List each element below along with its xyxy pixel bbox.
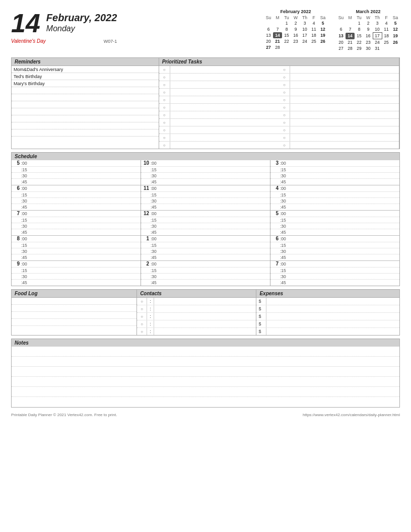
task-checkbox[interactable]: ○ [159,119,170,126]
weekday: Monday [46,24,117,33]
list-item [12,367,399,377]
task-checkbox[interactable]: ○ [159,104,170,111]
list-item: ○ ○ [159,66,399,74]
task-checkbox[interactable]: ○ [279,66,290,73]
task-checkbox[interactable]: ○ [159,126,170,134]
march-calendar: March 2022 Su M Tu W Th F Sa [336,9,400,51]
task-checkbox[interactable]: ○ [279,74,290,81]
task-checkbox[interactable]: ○ [159,81,170,88]
list-item: ○ : [137,298,256,305]
task-checkbox[interactable]: ○ [279,142,290,149]
list-item: :30 [12,198,141,204]
task-checkbox[interactable]: ○ [279,96,290,103]
week-code: W07-1 [104,39,117,44]
task-checkbox[interactable]: ○ [279,111,290,118]
task-checkbox[interactable]: ○ [279,89,290,96]
list-item [12,108,159,115]
list-item [12,94,159,101]
list-item: :30 [12,223,141,229]
hour-block-8: 8 :00 :15 :30 :45 [12,236,141,261]
list-item: :45 [141,204,270,210]
list-item: :30 [141,173,270,179]
tasks-header: Prioritized Tasks [159,58,399,66]
list-item: :45 [12,179,141,185]
hour-block-7: 7 :00 :15 :30 :45 [12,211,141,236]
list-item: :45 [270,280,399,286]
list-item: :45 [12,229,141,235]
task-checkbox[interactable]: ○ [159,74,170,81]
list-item: :30 [270,274,399,280]
feb-cal-title: February 2022 [264,9,327,14]
list-item: :30 [141,223,270,229]
list-item: Ted's Birthday [12,73,159,80]
task-checkbox[interactable]: ○ [279,104,290,111]
tasks-sub: Prioritized Tasks ○ ○ ○ ○ ○ ○ [159,58,399,149]
list-item [12,122,159,129]
list-item: :30 [270,248,399,254]
hour-block-7pm: 7 :00 :15 :30 :45 [270,261,399,286]
list-item: :45 [12,204,141,210]
list-item: 6 :00 [270,236,399,242]
day-number: 14 [11,10,40,36]
contact-checkbox[interactable]: ○ [137,320,147,327]
reminders-header: Reminders [12,58,159,66]
list-item: ○ : [137,313,256,320]
list-item [12,129,159,137]
list-item: ○ ○ [159,96,399,104]
task-checkbox[interactable]: ○ [279,81,290,88]
list-item [12,87,159,94]
list-item: :15 [141,192,270,198]
food-log-header: Food Log [12,290,136,298]
task-checkbox[interactable]: ○ [159,66,170,73]
list-item: $ [256,305,399,313]
list-item: :45 [141,280,270,286]
contact-checkbox[interactable]: ○ [137,305,147,312]
hour-block-9: 9 :00 :15 :30 :45 [12,261,141,286]
list-item: 7 :00 [12,211,141,217]
list-item: :45 [270,179,399,185]
task-checkbox[interactable]: ○ [159,111,170,118]
hour-block-1pm: 1 :00 :15 :30 :45 [141,236,270,261]
list-item: :15 [270,242,399,248]
list-item: :15 [141,242,270,248]
list-item: 9 :00 [12,261,141,268]
list-item: 11 :00 [141,185,270,192]
list-item: :45 [270,254,399,260]
task-checkbox[interactable]: ○ [279,134,290,141]
list-item: $ [256,328,399,335]
mini-calendars: February 2022 Su M Tu W Th F Sa [264,9,400,51]
feb-header-w: W [291,15,300,20]
task-checkbox[interactable]: ○ [159,142,170,149]
footer-right: https://www.vertex42.com/calendars/daily… [303,413,400,417]
hour-block-3pm: 3 :00 :15 :30 :45 [270,160,399,185]
contacts-header: Contacts [137,290,256,298]
hour-block-5pm: 5 :00 :15 :30 :45 [270,211,399,236]
contact-checkbox[interactable]: ○ [137,298,147,305]
holiday-name: Valentine's Day [11,38,46,44]
list-item: ○ ○ [159,74,399,81]
footer: Printable Daily Planner © 2021 Vertex42.… [11,413,400,417]
list-item [12,305,136,312]
expenses-header: Expenses [256,290,399,298]
list-item [12,312,136,319]
feb-header-sa: Sa [318,15,327,20]
list-item: :30 [141,248,270,254]
task-checkbox[interactable]: ○ [159,96,170,103]
list-item: :15 [270,192,399,198]
task-checkbox[interactable]: ○ [279,119,290,126]
list-item [12,137,159,144]
month-year: February, 2022 [46,12,117,24]
list-item: 10 :00 [141,160,270,167]
food-log-column: Food Log [12,290,137,335]
notes-header: Notes [11,339,400,347]
schedule-section: Schedule 5 :00 :15 :30 [11,152,400,286]
task-checkbox[interactable]: ○ [159,89,170,96]
hour-block-5: 5 :00 :15 :30 :45 [12,160,141,185]
contact-checkbox[interactable]: ○ [137,313,147,320]
february-calendar: February 2022 Su M Tu W Th F Sa [264,9,327,50]
task-checkbox[interactable]: ○ [159,134,170,141]
contact-checkbox[interactable]: ○ [137,328,147,335]
list-item: :15 [270,167,399,173]
list-item: ○ ○ [159,81,399,89]
task-checkbox[interactable]: ○ [279,126,290,134]
